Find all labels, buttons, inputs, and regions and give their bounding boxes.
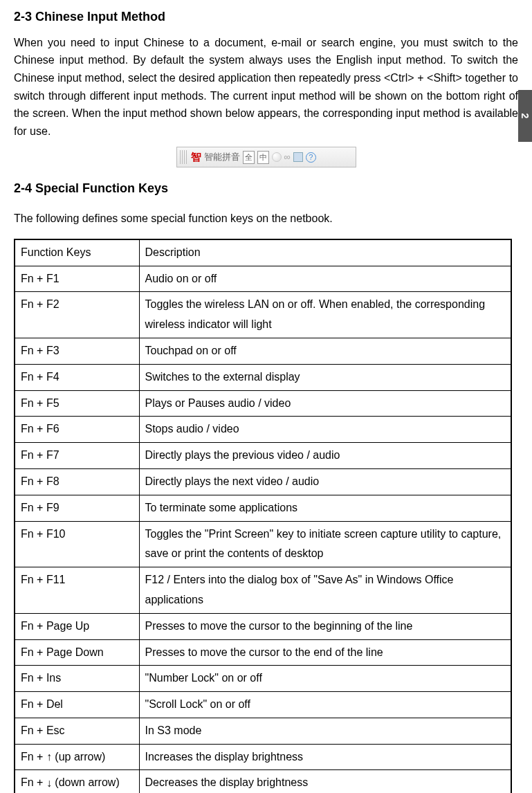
table-cell-desc: In S3 mode [139, 718, 511, 744]
ime-label: 智能拼音 [204, 150, 240, 165]
table-row: Fn + ↓ (down arrow)Decreases the display… [15, 770, 511, 793]
chain-icon: ∞ [284, 150, 291, 165]
table-cell-key: Fn + F10 [15, 521, 139, 567]
table-cell-key: Fn + F5 [15, 390, 139, 417]
table-cell-key: Fn + F6 [15, 417, 139, 443]
table-cell-desc: Toggles the wireless LAN on or off. When… [139, 292, 511, 338]
table-cell-desc: To terminate some applications [139, 495, 511, 521]
table-cell-desc: F12 / Enters into the dialog box of "Sav… [139, 567, 511, 614]
table-cell-key: Fn + ↓ (down arrow) [15, 770, 139, 793]
table-row: Fn + F7Directly plays the previous video… [15, 443, 511, 469]
table-header-desc: Description [139, 239, 511, 266]
table-row: Fn + F6Stops audio / video [15, 417, 511, 443]
ime-zhong-icon: 中 [257, 151, 269, 165]
table-row: Fn + F10Toggles the "Print Screen" key t… [15, 521, 511, 567]
arrow-icon: ↑ [46, 751, 52, 763]
chapter-tab: 2 [518, 90, 532, 142]
table-row: Fn + F4Switches to the external display [15, 364, 511, 390]
table-cell-desc: "Scroll Lock" on or off [139, 692, 511, 718]
heading-2-4: 2-4 Special Function Keys [14, 179, 518, 199]
table-cell-key: Fn + F2 [15, 292, 139, 338]
table-cell-key: Fn + Esc [15, 718, 139, 744]
table-cell-key: Fn + F1 [15, 266, 139, 292]
table-cell-key: Fn + F11 [15, 567, 139, 614]
function-keys-table: Function KeysDescriptionFn + F1Audio on … [14, 239, 512, 793]
heading-2-3: 2-3 Chinese Input Method [14, 7, 518, 27]
table-cell-key: Fn + Page Up [15, 613, 139, 639]
table-cell-desc: Audio on or off [139, 266, 511, 292]
table-cell-key: Fn + F3 [15, 338, 139, 364]
table-cell-desc: Directly plays the previous video / audi… [139, 443, 511, 469]
ime-zhi-icon: 智 [191, 149, 201, 165]
help-icon: ? [306, 152, 316, 163]
table-row: Fn + ↑ (up arrow)Increases the display b… [15, 744, 511, 770]
table-cell-key: Fn + F9 [15, 495, 139, 521]
table-cell-desc: "Number Lock" on or off [139, 666, 511, 692]
table-header-key: Function Keys [15, 239, 139, 266]
table-cell-key: Fn + Page Down [15, 639, 139, 666]
table-row: Fn + F11F12 / Enters into the dialog box… [15, 567, 511, 614]
grip-icon [180, 150, 188, 164]
table-cell-desc: Touchpad on or off [139, 338, 511, 364]
table-row: Fn + Page DownPresses to move the cursor… [15, 639, 511, 666]
table-row: Fn + F9To terminate some applications [15, 495, 511, 521]
table-cell-key: Fn + F4 [15, 364, 139, 390]
table-row: Fn + Ins"Number Lock" on or off [15, 666, 511, 692]
arrow-icon: ↓ [46, 778, 52, 789]
table-row: Fn + F8Directly plays the next video / a… [15, 468, 511, 495]
table-cell-key: Fn + Ins [15, 666, 139, 692]
table-row: Fn + F3Touchpad on or off [15, 338, 511, 364]
table-row: Fn + F2Toggles the wireless LAN on or of… [15, 292, 511, 338]
intro-2-4: The following defines some special funct… [14, 210, 518, 228]
body-2-3: When you need to input Chinese to a docu… [14, 34, 518, 140]
table-row: Fn + Del"Scroll Lock" on or off [15, 692, 511, 718]
table-cell-desc: Increases the display brightness [139, 744, 511, 770]
table-cell-desc: Stops audio / video [139, 417, 511, 443]
table-header-row: Function KeysDescription [15, 239, 511, 266]
table-row: Fn + F1Audio on or off [15, 266, 511, 292]
table-cell-desc: Directly plays the next video / audio [139, 468, 511, 495]
table-cell-desc: Presses to move the cursor to the end of… [139, 639, 511, 666]
table-cell-key: Fn + ↑ (up arrow) [15, 744, 139, 770]
table-row: Fn + F5Plays or Pauses audio / video [15, 390, 511, 417]
settings-icon [293, 152, 303, 162]
table-cell-desc: Plays or Pauses audio / video [139, 390, 511, 417]
table-cell-desc: Switches to the external display [139, 364, 511, 390]
table-cell-key: Fn + Del [15, 692, 139, 718]
table-cell-key: Fn + F7 [15, 443, 139, 469]
moon-icon [272, 152, 282, 162]
ime-toolbar: 智 智能拼音 全 中 ∞ ? [176, 147, 356, 167]
table-row: Fn + Page UpPresses to move the cursor t… [15, 613, 511, 639]
table-row: Fn + EscIn S3 mode [15, 718, 511, 744]
table-cell-key: Fn + F8 [15, 468, 139, 495]
table-cell-desc: Presses to move the cursor to the beginn… [139, 613, 511, 639]
table-cell-desc: Toggles the "Print Screen" key to initia… [139, 521, 511, 567]
ime-quan-icon: 全 [243, 151, 255, 165]
table-cell-desc: Decreases the display brightness [139, 770, 511, 793]
